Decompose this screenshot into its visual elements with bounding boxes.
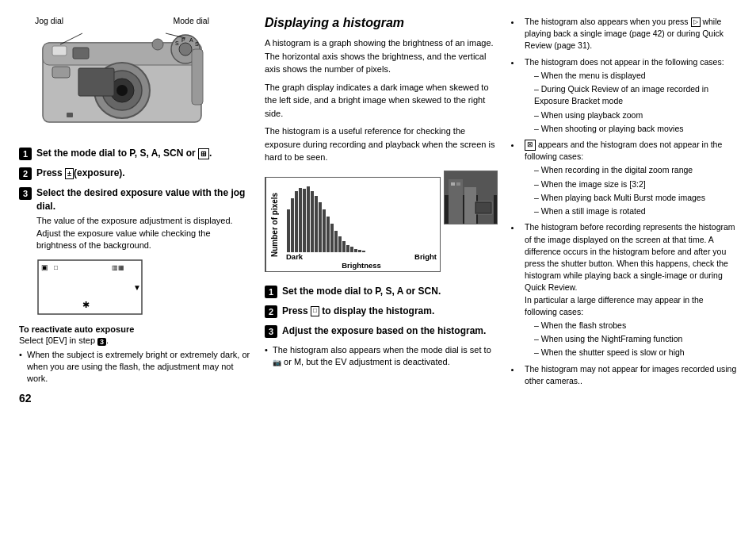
- subitem-shutter-speed: When the shutter speed is slow or high: [531, 347, 737, 359]
- left-step-1: 1 Set the mode dial to P, S, A, SCN or ⊞…: [19, 147, 252, 160]
- histogram-chart-area: Dark Bright Brightness: [283, 178, 440, 271]
- reactivate-section: To reactivate auto exposure Select [0EV]…: [19, 324, 252, 385]
- histogram-y-label: Number of pixels: [265, 178, 283, 271]
- svg-rect-15: [192, 49, 203, 105]
- mid-step-1-header: 1 Set the mode dial to P, S, A or SCN.: [265, 285, 498, 298]
- svg-rect-19: [78, 68, 114, 96]
- svg-rect-32: [451, 182, 455, 186]
- step-2-number: 2: [19, 167, 32, 180]
- step-3-header: 3 Select the desired exposure value with…: [19, 186, 252, 213]
- histogram-chart: Number of pixels: [265, 177, 441, 272]
- right-bullet-2-subitems: When the menu is displayed During Quick …: [531, 70, 737, 135]
- jog-dial-label: Jog dial: [35, 16, 63, 25]
- step-1-title: Set the mode dial to P, S, A, SCN or ⊞.: [36, 147, 212, 160]
- right-bullet-5: The histogram may not appear for images …: [521, 363, 737, 387]
- subitem-menu: When the menu is displayed: [531, 70, 737, 82]
- step-2-title: Press ±(exposure).: [36, 167, 125, 180]
- mid-step-3-header: 3 Adjust the exposure based on the histo…: [265, 324, 498, 338]
- display-icon: □: [311, 306, 319, 316]
- mid-step-2-title: Press □ to display the histogram.: [282, 305, 434, 318]
- svg-point-14: [152, 39, 163, 50]
- step-ref-badge: 3: [97, 338, 106, 346]
- svg-text:S: S: [195, 41, 199, 47]
- mid-step-2-header: 2 Press □ to display the histogram.: [265, 305, 498, 318]
- subitem-digital-zoom: When recording in the digital zoom range: [531, 164, 737, 176]
- svg-text:▥▦: ▥▦: [112, 264, 124, 271]
- subitem-multi-burst: When playing back Multi Burst mode image…: [531, 192, 737, 204]
- mid-step-3-num: 3: [265, 325, 277, 338]
- histogram-bars: [283, 178, 440, 252]
- svg-text:A: A: [189, 37, 193, 43]
- middle-column: Displaying a histogram A histogram is a …: [265, 16, 510, 520]
- subitem-quick-review: During Quick Review of an image recorded…: [531, 83, 737, 107]
- subitem-image-size: When the image size is [3:2]: [531, 178, 737, 190]
- right-bullet-list: The histogram also appears when you pres…: [510, 16, 737, 387]
- svg-point-5: [116, 85, 128, 96]
- camera-diagram: Jog dial Mode dial: [19, 16, 225, 139]
- subitem-flash-strobes: When the flash strobes: [531, 320, 737, 332]
- mid-para-2: The graph display indicates a dark image…: [265, 81, 498, 121]
- lcd-diagram-wrapper: ▣ □ ▥▦ ▼ ✱: [36, 259, 252, 318]
- histogram-area: Number of pixels: [265, 171, 498, 278]
- subitem-playback-zoom: When using playback zoom: [531, 109, 737, 121]
- lcd-svg: ▣ □ ▥▦ ▼ ✱: [36, 259, 143, 316]
- histogram-x-labels: Dark Bright: [283, 252, 440, 261]
- photo-thumbnail: [444, 171, 498, 224]
- svg-rect-6: [52, 46, 67, 56]
- svg-rect-33: [456, 182, 460, 186]
- bright-label: Bright: [414, 252, 437, 261]
- camera-small-icon: 📷: [273, 358, 281, 368]
- section-title: Displaying a histogram: [265, 16, 498, 30]
- subitem-nightframing: When using the NightFraming function: [531, 333, 737, 345]
- right-bullet-2-text: The histogram does not appear in the fol…: [525, 57, 724, 67]
- mid-step-2-num: 2: [265, 305, 277, 318]
- svg-text:▣: ▣: [41, 263, 48, 271]
- svg-rect-35: [476, 203, 491, 213]
- reactivate-title: To reactivate auto exposure: [19, 324, 252, 334]
- step-3-number: 3: [19, 187, 32, 200]
- svg-text:✱: ✱: [82, 300, 90, 309]
- svg-rect-18: [73, 48, 89, 59]
- mid-step-1: 1 Set the mode dial to P, S, A or SCN.: [265, 285, 498, 298]
- svg-text:S: S: [175, 40, 179, 46]
- right-bullet-1-text: The histogram also appears when you pres…: [525, 17, 724, 50]
- svg-rect-20: [67, 113, 73, 117]
- playback-icon: ▷: [691, 17, 701, 27]
- jog-dial-text: Jog dial: [35, 16, 63, 25]
- subitem-still-rotated: When a still image is rotated: [531, 205, 737, 217]
- reactivate-bullet: When the subject is extremely bright or …: [19, 349, 252, 385]
- right-bullet-3-subitems: When recording in the digital zoom range…: [531, 164, 737, 217]
- step-2-header: 2 Press ±(exposure).: [19, 167, 252, 180]
- mid-step-2: 2 Press □ to display the histogram.: [265, 305, 498, 318]
- svg-rect-13: [52, 67, 70, 78]
- thumbnail-svg: [445, 171, 498, 224]
- mid-step-3-title: Adjust the exposure based on the histogr…: [282, 324, 486, 338]
- right-bullet-3: ⊠ appears and the histogram does not app…: [521, 139, 737, 217]
- right-bullet-4-subitems: When the flash strobes When using the Ni…: [531, 320, 737, 359]
- step-3-title: Select the desired exposure value with t…: [36, 186, 252, 213]
- svg-point-12: [179, 43, 192, 56]
- subitem-movies: When shooting or playing back movies: [531, 123, 737, 135]
- mid-step-1-title: Set the mode dial to P, S, A or SCN.: [282, 285, 441, 298]
- reactivate-text: Select [0EV] in step 3.: [19, 336, 252, 345]
- camera-labels: Jog dial Mode dial: [19, 16, 225, 25]
- right-column: The histogram also appears when you pres…: [510, 16, 737, 520]
- mid-step-3: 3 Adjust the exposure based on the histo…: [265, 324, 498, 338]
- step-3-body: The value of the exposure adjustment is …: [36, 215, 252, 253]
- camera-svg: S P A S: [19, 27, 225, 134]
- right-bullet-4: The histogram before recording represent…: [521, 221, 737, 359]
- mid-bullet: The histogram also appears when the mode…: [265, 344, 498, 369]
- left-column: Jog dial Mode dial: [19, 16, 265, 520]
- warning-icon: ⊠: [525, 140, 536, 151]
- right-bullet-1: The histogram also appears when you pres…: [521, 16, 737, 52]
- mode-dial-text: Mode dial: [173, 16, 209, 25]
- mid-para-3: The histogram is a useful reference for …: [265, 125, 498, 164]
- svg-text:▼: ▼: [133, 283, 141, 292]
- step-1-header: 1 Set the mode dial to P, S, A, SCN or ⊞…: [19, 147, 252, 160]
- dark-label: Dark: [286, 252, 303, 261]
- brightness-label: Brightness: [283, 261, 440, 271]
- page-number: 62: [19, 392, 252, 405]
- mid-step-1-num: 1: [265, 286, 277, 298]
- svg-rect-29: [449, 179, 463, 224]
- mid-para-1: A histogram is a graph showing the brigh…: [265, 36, 498, 76]
